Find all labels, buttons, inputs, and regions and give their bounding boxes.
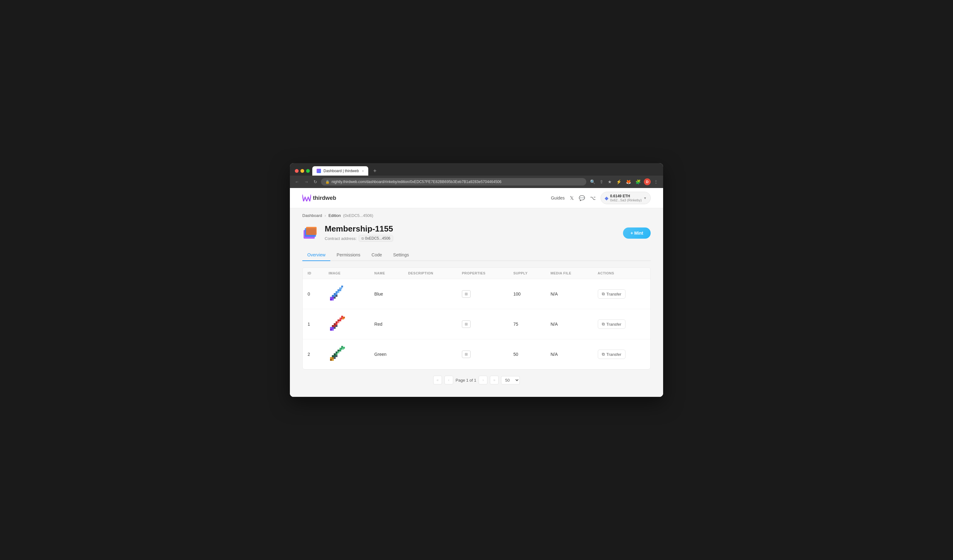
- contract-details: Membership-1155 Contract address: ⧉ 0xED…: [325, 224, 393, 242]
- close-traffic-light[interactable]: [295, 169, 299, 173]
- cell-properties-0: ⊞: [457, 279, 508, 309]
- traffic-lights: [295, 169, 310, 173]
- github-icon[interactable]: ⌥: [590, 195, 596, 201]
- tab-permissions[interactable]: Permissions: [332, 249, 365, 261]
- logo[interactable]: thirdweb: [302, 195, 336, 201]
- guides-link[interactable]: Guides: [551, 195, 565, 200]
- twitter-icon[interactable]: 𝕏: [570, 195, 574, 201]
- nav-right: Guides 𝕏 💬 ⌥ ◆ 0.6149 ETH 0x62...5a3 (Ri…: [551, 192, 651, 204]
- breadcrumb-dashboard[interactable]: Dashboard: [302, 213, 322, 218]
- forward-button[interactable]: →: [303, 178, 310, 186]
- properties-badge-2[interactable]: ⊞: [462, 351, 470, 358]
- col-image: IMAGE: [323, 268, 369, 279]
- cell-supply-2: 50: [508, 339, 546, 370]
- table-body: 0: [303, 279, 650, 370]
- browser-tabs-row: Dashboard | thirdweb × +: [295, 166, 658, 176]
- cell-actions-2: ⧉ Transfer: [593, 339, 650, 370]
- tabs-row: Overview Permissions Code Settings: [302, 249, 651, 261]
- refresh-button[interactable]: ↻: [312, 178, 318, 186]
- fullscreen-traffic-light[interactable]: [306, 169, 310, 173]
- contract-address-badge[interactable]: ⧉ 0xEDC5...4506: [359, 235, 393, 242]
- transfer-button-2[interactable]: ⧉ Transfer: [598, 350, 626, 359]
- properties-badge-0[interactable]: ⊞: [462, 290, 470, 298]
- cell-actions-1: ⧉ Transfer: [593, 309, 650, 339]
- wallet-info[interactable]: ◆ 0.6149 ETH 0x62...5a3 (Rinkeby) ▼: [601, 192, 651, 204]
- profile-icon[interactable]: D: [644, 178, 651, 185]
- cell-supply-0: 100: [508, 279, 546, 309]
- col-media-file: MEDIA FILE: [546, 268, 593, 279]
- back-button[interactable]: ←: [293, 178, 300, 186]
- first-page-button[interactable]: «: [433, 376, 442, 384]
- cell-media-2: N/A: [546, 339, 593, 370]
- properties-badge-1[interactable]: ⊞: [462, 320, 470, 328]
- next-page-button[interactable]: ›: [479, 376, 487, 384]
- table-row: 0: [303, 279, 650, 309]
- transfer-icon-0: ⧉: [602, 291, 605, 297]
- svg-rect-8: [335, 291, 337, 293]
- page-content: thirdweb Guides 𝕏 💬 ⌥ ◆ 0.6149 ETH 0x62.…: [290, 188, 663, 397]
- svg-rect-39: [341, 346, 343, 348]
- svg-rect-14: [330, 297, 332, 299]
- cell-id-1: 1: [303, 309, 323, 339]
- svg-rect-20: [341, 316, 343, 318]
- col-properties: PROPERTIES: [457, 268, 508, 279]
- cell-description-1: [403, 309, 457, 339]
- bookmark-icon[interactable]: ★: [607, 178, 613, 186]
- transfer-button-1[interactable]: ⧉ Transfer: [598, 319, 626, 329]
- svg-rect-47: [335, 353, 337, 355]
- metamask-icon[interactable]: 🦊: [624, 178, 632, 186]
- mint-button[interactable]: + Mint: [623, 227, 651, 239]
- cell-actions-0: ⧉ Transfer: [593, 279, 650, 309]
- url-bar[interactable]: 🔒 nightly.thirdweb.com/dashboard/rinkeby…: [321, 178, 586, 186]
- tab-settings[interactable]: Settings: [388, 249, 414, 261]
- search-icon[interactable]: 🔍: [589, 178, 596, 186]
- tab-overview[interactable]: Overview: [302, 249, 330, 261]
- browser-toolbar: ← → ↻ 🔒 nightly.thirdweb.com/dashboard/r…: [290, 176, 663, 188]
- puzzle-icon[interactable]: 🧩: [634, 178, 642, 186]
- cell-image-2: [323, 339, 369, 370]
- discord-icon[interactable]: 💬: [579, 195, 585, 201]
- last-page-button[interactable]: »: [490, 376, 498, 384]
- svg-rect-6: [337, 289, 339, 291]
- cell-media-1: N/A: [546, 309, 593, 339]
- svg-rect-24: [339, 319, 341, 321]
- svg-rect-10: [334, 293, 335, 295]
- transfer-button-0[interactable]: ⧉ Transfer: [598, 289, 626, 299]
- contract-address-label: Contract address:: [325, 236, 357, 241]
- contract-address-row: Contract address: ⧉ 0xEDC5...4506: [325, 235, 393, 242]
- svg-rect-43: [339, 350, 341, 351]
- prev-page-button[interactable]: ‹: [444, 376, 453, 384]
- share-icon[interactable]: ⇧: [598, 178, 605, 186]
- sword-image-green: [329, 344, 348, 364]
- tab-code[interactable]: Code: [367, 249, 387, 261]
- breadcrumb-edition: Edition (0xEDC5...4506): [329, 213, 373, 218]
- top-nav: thirdweb Guides 𝕏 💬 ⌥ ◆ 0.6149 ETH 0x62.…: [290, 188, 663, 208]
- contract-icon: [302, 224, 320, 242]
- cell-properties-2: ⊞: [457, 339, 508, 370]
- cell-id-0: 0: [303, 279, 323, 309]
- svg-rect-29: [332, 325, 334, 327]
- table-header: ID IMAGE NAME DESCRIPTION PROPERTIES SUP…: [303, 268, 650, 279]
- page-size-select[interactable]: 10 25 50 100: [501, 376, 520, 384]
- sword-image-blue: [329, 284, 348, 304]
- cell-id-2: 2: [303, 339, 323, 370]
- cell-image-0: [323, 279, 369, 309]
- svg-rect-9: [337, 291, 339, 293]
- svg-rect-52: [332, 359, 334, 361]
- new-tab-button[interactable]: +: [371, 167, 379, 176]
- svg-rect-51: [332, 357, 334, 359]
- svg-rect-54: [334, 357, 335, 359]
- minimize-traffic-light[interactable]: [300, 169, 304, 173]
- tab-close-button[interactable]: ×: [362, 169, 364, 173]
- copy-icon: ⧉: [362, 237, 364, 241]
- cell-name-1: Red: [369, 309, 404, 339]
- svg-rect-57: [343, 347, 345, 349]
- svg-rect-7: [339, 289, 341, 291]
- extensions-icon[interactable]: ⚡: [615, 178, 623, 186]
- svg-rect-16: [332, 299, 334, 300]
- contract-header: Membership-1155 Contract address: ⧉ 0xED…: [302, 224, 651, 242]
- browser-tab-active[interactable]: Dashboard | thirdweb ×: [312, 166, 368, 176]
- menu-icon[interactable]: ⋮: [653, 178, 660, 186]
- svg-rect-28: [335, 323, 337, 325]
- cell-description-2: [403, 339, 457, 370]
